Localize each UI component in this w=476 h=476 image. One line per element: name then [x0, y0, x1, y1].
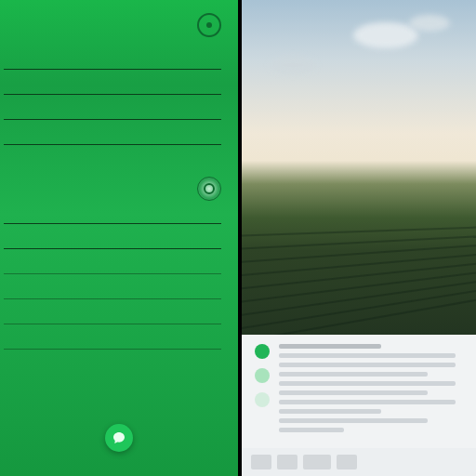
crop-rows [242, 205, 476, 335]
left-list-top [0, 45, 238, 145]
list-item[interactable] [4, 299, 221, 324]
avatar[interactable] [255, 344, 270, 359]
chat-fab-button[interactable] [105, 424, 133, 452]
text-line [279, 400, 456, 404]
list-item[interactable] [4, 199, 221, 224]
chat-icon [112, 430, 126, 445]
list-item[interactable] [4, 95, 221, 120]
text-line [279, 409, 381, 414]
list-item[interactable] [4, 120, 221, 145]
right-pane [242, 0, 476, 476]
left-pane [0, 0, 242, 476]
tool-button[interactable] [337, 455, 357, 469]
list-item[interactable] [4, 274, 221, 299]
cloud-icon [409, 15, 450, 32]
location-icon[interactable] [197, 177, 221, 201]
bottom-toolbar [242, 448, 476, 476]
list-item[interactable] [4, 70, 221, 95]
cloud-icon [270, 56, 316, 74]
text-line [279, 381, 456, 386]
list-item[interactable] [4, 324, 221, 350]
landscape-preview[interactable] [242, 0, 476, 335]
list-item[interactable] [4, 224, 221, 249]
list-item[interactable] [4, 249, 221, 274]
tool-button[interactable] [303, 455, 331, 469]
text-line [279, 344, 381, 349]
tool-button[interactable] [277, 455, 298, 469]
text-line [279, 372, 428, 377]
avatar[interactable] [255, 368, 270, 383]
cloud-icon [353, 22, 418, 48]
text-line [279, 390, 428, 395]
text-line [279, 418, 428, 423]
left-list-mid [0, 199, 238, 350]
tool-button[interactable] [251, 455, 271, 469]
left-header [0, 0, 238, 45]
section-gap [0, 145, 238, 171]
text-line [279, 353, 456, 358]
comment-text [279, 344, 465, 443]
avatar[interactable] [255, 392, 270, 407]
list-item[interactable] [4, 45, 221, 70]
text-line [279, 363, 456, 367]
comment-panel [242, 335, 476, 448]
split-screen [0, 0, 476, 476]
target-icon[interactable] [197, 13, 221, 37]
text-line [279, 428, 344, 432]
avatar-column [253, 344, 271, 443]
